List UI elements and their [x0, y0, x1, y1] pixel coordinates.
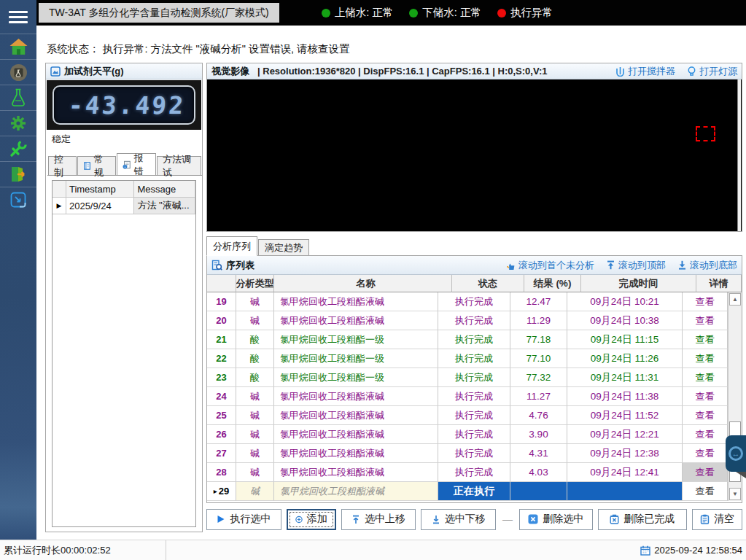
message-column-header: Message [134, 181, 195, 198]
cell-result: 11.27 [510, 387, 567, 406]
datetime-label: 2025-09-24 12:58:54 [654, 545, 742, 556]
error-table-row[interactable]: ▶ 2025/9/24 方法 "液碱... [53, 198, 195, 214]
cell-num: 27 [207, 444, 236, 463]
execute-selected-button[interactable]: 执行选中 [206, 509, 281, 530]
cell-name: 氯甲烷回收工段粗酯液碱 [274, 387, 438, 406]
row-detail-view-link[interactable]: 查看 [683, 463, 728, 482]
row-detail-view-link[interactable]: 查看 [683, 349, 728, 368]
sequence-row[interactable]: 27碱氯甲烷回收工段粗酯液碱执行完成4.3109月24日 12:38查看 [207, 444, 728, 463]
tab-titration-trend[interactable]: 滴定趋势 [258, 239, 309, 256]
sequence-row[interactable]: ▸29碱氯甲烷回收工段粗酯液碱正在执行查看 [207, 482, 728, 501]
row-detail-view-link[interactable]: 查看 [683, 368, 728, 387]
scroll-to-first-unanalyzed-button[interactable]: 滚动到首个未分析 [505, 259, 594, 272]
tab-label: 分析序列 [213, 240, 251, 253]
menu-icon[interactable] [0, 0, 36, 34]
clear-button[interactable]: 清空 [692, 509, 742, 530]
delete-selected-button[interactable]: 删除选中 [519, 509, 593, 530]
row-detail-view-link[interactable]: 查看 [683, 444, 728, 463]
cell-time: 09月24日 11:15 [567, 330, 683, 349]
datetime-area: 2025-09-24 12:58:54 [640, 545, 746, 556]
error-message-cell: 方法 "液碱... [134, 198, 195, 214]
scroll-to-bottom-button[interactable]: 滚动到底部 [677, 259, 737, 272]
sequence-row[interactable]: 23酸氯甲烷回收工段粗酯一级执行完成77.3209月24日 11:31查看 [207, 368, 728, 387]
sequence-row[interactable]: 25碱氯甲烷回收工段粗酯液碱执行完成4.7609月24日 11:52查看 [207, 406, 728, 425]
cell-time: 09月24日 11:52 [567, 406, 683, 425]
statusbar: 累计运行时长00:00:02:52 2025-09-24 12:58:54 [0, 540, 746, 560]
upper-water-status-dot-icon [322, 9, 330, 18]
delete-completed-button[interactable]: 删除已完成 [598, 509, 687, 530]
open-stirrer-button[interactable]: 打开搅拌器 [615, 65, 675, 78]
tab-method-debug[interactable]: 方法调试 [157, 156, 201, 175]
sequence-row[interactable]: 19碱氯甲烷回收工段粗酯液碱执行完成12.4709月24日 10:21查看 [207, 292, 728, 311]
remote-control-handle[interactable]: ↔ [726, 435, 746, 472]
notebook-icon [83, 161, 91, 171]
scrollbar-up-arrow-icon[interactable]: ▲ [729, 293, 741, 306]
video-scrollbar[interactable] [737, 79, 741, 231]
row-detail-view-link[interactable]: 查看 [683, 482, 728, 501]
sidebar-item-settings[interactable] [0, 110, 36, 136]
button-label: 选中下移 [445, 513, 486, 526]
cell-type: 碱 [236, 425, 274, 444]
sequence-row[interactable]: 21酸氯甲烷回收工段粗酯一级执行完成77.1809月24日 11:15查看 [207, 330, 728, 349]
cell-num: 24 [207, 387, 236, 406]
sidebar-item-analysis[interactable] [0, 85, 36, 110]
move-selected-up-button[interactable]: 选中上移 [341, 509, 416, 530]
settings-gear-icon [9, 114, 27, 132]
video-panel-header: 视觉影像 | Resolution:1936*820 | DispFPS:16.… [207, 63, 742, 79]
cell-type: 碱 [236, 444, 274, 463]
row-detail-view-link[interactable]: 查看 [683, 311, 728, 330]
button-label: 删除选中 [543, 513, 583, 526]
sequence-row[interactable]: 26碱氯甲烷回收工段粗酯液碱执行完成3.9009月24日 12:21查看 [207, 425, 728, 444]
titlebar: TW-3AT 多组分化学含量自动检测系统(厂家模式) 上储水: 正常 下储水: … [36, 0, 746, 26]
cell-num: 28 [207, 463, 236, 482]
detail-column-header: 详情 [696, 275, 742, 292]
cell-num: ▸29 [207, 482, 236, 501]
sidebar-item-balance-monitor[interactable] [0, 59, 36, 85]
scroll-bottom-icon [677, 260, 687, 270]
scroll-to-top-button[interactable]: 滚动到顶部 [606, 259, 666, 272]
cell-result: 3.90 [510, 425, 567, 444]
sequence-row[interactable]: 20碱氯甲烷回收工段粗酯液碱执行完成11.2909月24日 10:38查看 [207, 311, 728, 330]
cell-name: 氯甲烷回收工段粗酯一级 [274, 330, 438, 349]
sidebar [0, 0, 36, 540]
row-detail-view-link[interactable]: 查看 [683, 292, 728, 311]
flask-icon [9, 88, 27, 107]
sequence-row[interactable]: 24碱氯甲烷回收工段粗酯液碱执行完成11.2709月24日 11:38查看 [207, 387, 728, 406]
sequence-action-bar: 执行选中 添加 选中上移 选中下移 — [206, 508, 742, 530]
cell-result: 77.10 [510, 349, 567, 368]
row-detail-view-link[interactable]: 查看 [683, 330, 728, 349]
balance-display: -43.492 [47, 80, 201, 130]
sequence-panel-header: 序列表 滚动到首个未分析 滚动到顶部 [207, 256, 742, 275]
row-detail-view-link[interactable]: 查看 [683, 406, 728, 425]
cell-num: 22 [207, 349, 236, 368]
button-label: 添加 [307, 513, 327, 526]
balance-panel: 加试剂天平(g) -43.492 稳定 控制 常规 [45, 63, 203, 532]
cell-name: 氯甲烷回收工段粗酯一级 [274, 368, 438, 387]
add-button[interactable]: 添加 [287, 509, 336, 530]
cell-type: 碱 [236, 292, 274, 311]
sequence-row[interactable]: 22酸氯甲烷回收工段粗酯一级执行完成77.1009月24日 11:26查看 [207, 349, 728, 368]
maintenance-wrench-icon [9, 139, 28, 158]
move-selected-down-button[interactable]: 选中下移 [421, 509, 496, 530]
cell-name: 氯甲烷回收工段粗酯一级 [274, 349, 438, 368]
sidebar-item-maintenance[interactable] [0, 136, 36, 161]
tab-label: 控制 [54, 153, 71, 179]
sequence-row[interactable]: 28碱氯甲烷回收工段粗酯液碱执行完成4.0309月24日 12:41查看 [207, 463, 728, 482]
scrollbar-down-arrow-icon[interactable]: ▼ [729, 488, 741, 500]
sequence-table-body: 19碱氯甲烷回收工段粗酯液碱执行完成12.4709月24日 10:21查看20碱… [207, 292, 728, 501]
sidebar-item-home[interactable] [0, 34, 36, 59]
sidebar-item-minimize[interactable] [0, 187, 36, 212]
balance-lcd: -43.492 [53, 85, 195, 125]
open-light-button[interactable]: 打开灯源 [687, 65, 737, 78]
row-detail-view-link[interactable]: 查看 [683, 387, 728, 406]
tab-general[interactable]: 常规 [77, 156, 116, 175]
sidebar-item-exit[interactable] [0, 161, 36, 187]
cell-result: 4.03 [510, 463, 567, 482]
cell-num: 25 [207, 406, 236, 425]
row-detail-view-link[interactable]: 查看 [683, 425, 728, 444]
indicator-lower-water: 下储水: 正常 [409, 6, 481, 20]
tab-control[interactable]: 控制 [48, 156, 77, 175]
indicator-upper-water: 上储水: 正常 [322, 6, 394, 20]
tab-analysis-sequence[interactable]: 分析序列 [206, 236, 257, 256]
tab-errors[interactable]: 报错 [117, 153, 156, 175]
